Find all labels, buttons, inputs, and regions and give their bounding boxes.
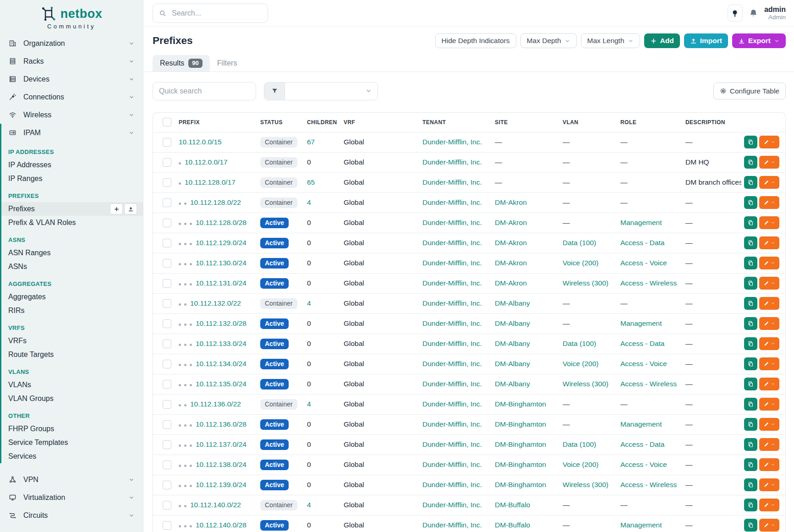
tenant-link[interactable]: Dunder-Mifflin, Inc. xyxy=(422,461,482,468)
copy-button[interactable] xyxy=(744,277,757,290)
row-checkbox[interactable] xyxy=(163,219,171,227)
tenant-link[interactable]: Dunder-Mifflin, Inc. xyxy=(422,158,482,166)
sidebar-item-devices[interactable]: Devices xyxy=(0,70,143,88)
role-link[interactable]: Access - Wireless xyxy=(620,481,677,488)
sidebar-item-rirs[interactable]: RIRs xyxy=(1,304,143,318)
prefix-link[interactable]: 10.112.136.0/28 xyxy=(196,420,246,428)
sidebar-item-prefixes[interactable]: Prefixes xyxy=(1,202,143,216)
row-checkbox[interactable] xyxy=(163,178,171,187)
copy-button[interactable] xyxy=(744,418,757,431)
sidebar-item-aggregates[interactable]: Aggregates xyxy=(1,290,143,304)
prefix-link[interactable]: 10.112.0.0/17 xyxy=(185,158,228,166)
prefix-link[interactable]: 10.112.139.0/24 xyxy=(196,481,246,488)
import-button[interactable]: Import xyxy=(684,33,728,48)
vlan-link[interactable]: Data (100) xyxy=(563,340,596,347)
tenant-link[interactable]: Dunder-Mifflin, Inc. xyxy=(422,319,482,327)
user-menu[interactable]: admin Admin xyxy=(764,5,786,21)
tenant-link[interactable]: Dunder-Mifflin, Inc. xyxy=(422,501,482,509)
site-link[interactable]: DM-Albany xyxy=(495,360,530,367)
row-checkbox[interactable] xyxy=(163,481,171,489)
global-search[interactable] xyxy=(153,4,268,23)
edit-button[interactable] xyxy=(759,519,779,532)
sidebar-item-vrfs[interactable]: VRFs xyxy=(1,334,143,348)
tenant-link[interactable]: Dunder-Mifflin, Inc. xyxy=(422,138,482,146)
role-link[interactable]: Management xyxy=(620,521,662,529)
edit-button[interactable] xyxy=(759,458,779,471)
row-checkbox[interactable] xyxy=(163,279,171,288)
edit-button[interactable] xyxy=(759,357,779,370)
site-link[interactable]: DM-Albany xyxy=(495,380,530,388)
vlan-link[interactable]: Voice (200) xyxy=(563,461,598,468)
tenant-link[interactable]: Dunder-Mifflin, Inc. xyxy=(422,440,482,448)
tenant-link[interactable]: Dunder-Mifflin, Inc. xyxy=(422,340,482,347)
role-link[interactable]: Access - Voice xyxy=(620,360,667,367)
hide-depth-indicators-button[interactable]: Hide Depth Indicators xyxy=(435,33,516,48)
copy-button[interactable] xyxy=(744,357,757,370)
row-checkbox[interactable] xyxy=(163,319,171,328)
prefix-link[interactable]: 10.112.138.0/24 xyxy=(196,461,246,468)
site-link[interactable]: DM-Binghamton xyxy=(495,440,546,448)
edit-button[interactable] xyxy=(759,418,779,431)
site-link[interactable]: DM-Binghamton xyxy=(495,461,546,468)
row-checkbox[interactable] xyxy=(163,380,171,389)
role-link[interactable]: Access - Data xyxy=(620,239,664,247)
column-header-prefix[interactable]: PREFIX xyxy=(179,113,260,132)
copy-button[interactable] xyxy=(744,438,757,451)
vlan-link[interactable]: Wireless (300) xyxy=(563,380,608,388)
edit-button[interactable] xyxy=(759,277,779,290)
sidebar-item-circuits[interactable]: Circuits xyxy=(0,506,143,524)
notifications-bell-icon[interactable] xyxy=(749,9,758,17)
copy-button[interactable] xyxy=(744,337,757,350)
site-link[interactable]: DM-Albany xyxy=(495,319,530,327)
row-checkbox[interactable] xyxy=(163,501,171,510)
tenant-link[interactable]: Dunder-Mifflin, Inc. xyxy=(422,481,482,488)
tenant-link[interactable]: Dunder-Mifflin, Inc. xyxy=(422,178,482,186)
copy-button[interactable] xyxy=(744,156,757,169)
vlan-link[interactable]: Wireless (300) xyxy=(563,481,608,488)
sidebar-item-ipam[interactable]: IPAM xyxy=(1,124,143,142)
quick-import-button[interactable] xyxy=(124,203,137,214)
children-link[interactable]: 4 xyxy=(307,501,311,509)
role-link[interactable]: Access - Data xyxy=(620,440,664,448)
site-link[interactable]: DM-Binghamton xyxy=(495,400,546,408)
row-checkbox[interactable] xyxy=(163,440,171,449)
tenant-link[interactable]: Dunder-Mifflin, Inc. xyxy=(422,279,482,287)
row-checkbox[interactable] xyxy=(163,299,171,308)
prefix-link[interactable]: 10.112.136.0/22 xyxy=(190,400,241,408)
prefix-link[interactable]: 10.112.131.0/24 xyxy=(196,279,246,287)
quick-search-input[interactable] xyxy=(153,82,256,100)
site-link[interactable]: DM-Akron xyxy=(495,219,527,226)
sidebar-item-racks[interactable]: Racks xyxy=(0,52,143,70)
copy-button[interactable] xyxy=(744,176,757,189)
row-checkbox[interactable] xyxy=(163,360,171,368)
tenant-link[interactable]: Dunder-Mifflin, Inc. xyxy=(422,299,482,307)
tenant-link[interactable]: Dunder-Mifflin, Inc. xyxy=(422,198,482,206)
site-link[interactable]: DM-Akron xyxy=(495,259,527,267)
edit-button[interactable] xyxy=(759,156,779,169)
tenant-link[interactable]: Dunder-Mifflin, Inc. xyxy=(422,239,482,247)
vlan-link[interactable]: Voice (200) xyxy=(563,259,598,267)
edit-button[interactable] xyxy=(759,196,779,209)
site-link[interactable]: DM-Albany xyxy=(495,340,530,347)
prefix-link[interactable]: 10.112.140.0/22 xyxy=(190,501,241,509)
sidebar-item-route-targets[interactable]: Route Targets xyxy=(1,348,143,362)
copy-button[interactable] xyxy=(744,378,757,390)
column-header-role[interactable]: ROLE xyxy=(620,113,685,132)
copy-button[interactable] xyxy=(744,196,757,209)
site-link[interactable]: DM-Akron xyxy=(495,239,527,247)
edit-button[interactable] xyxy=(759,337,779,350)
children-link[interactable]: 4 xyxy=(307,198,311,206)
add-button[interactable]: Add xyxy=(644,33,680,48)
edit-button[interactable] xyxy=(759,378,779,390)
prefix-link[interactable]: 10.112.130.0/24 xyxy=(196,259,246,267)
site-link[interactable]: DM-Akron xyxy=(495,198,527,206)
site-link[interactable]: DM-Akron xyxy=(495,279,527,287)
column-header-site[interactable]: SITE xyxy=(495,113,563,132)
export-dropdown-button[interactable]: Export xyxy=(732,33,786,48)
prefix-link[interactable]: 10.112.0.0/15 xyxy=(179,138,222,146)
prefix-link[interactable]: 10.112.137.0/24 xyxy=(196,440,246,448)
edit-button[interactable] xyxy=(759,297,779,310)
site-link[interactable]: DM-Binghamton xyxy=(495,481,546,488)
row-checkbox[interactable] xyxy=(163,259,171,268)
role-link[interactable]: Management xyxy=(620,319,662,327)
